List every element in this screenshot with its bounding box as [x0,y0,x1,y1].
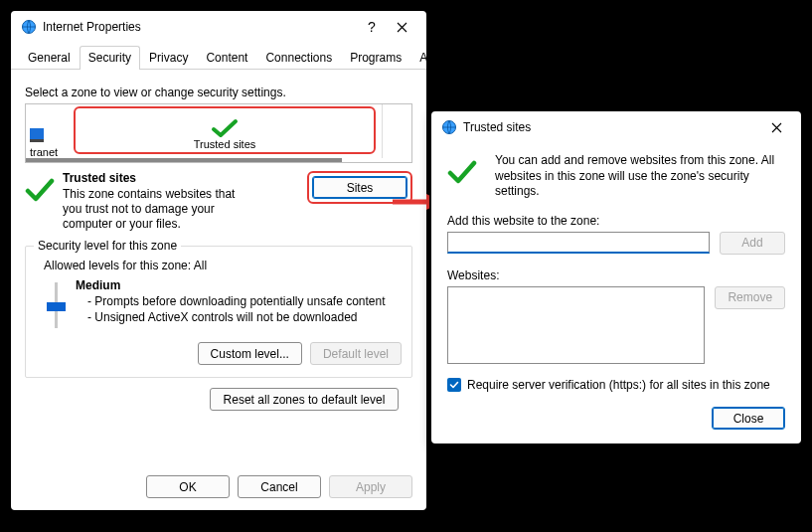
zone-item-label: Trusted sites [194,138,256,150]
close-dialog-button[interactable]: Close [712,407,785,430]
websites-listbox[interactable] [447,286,705,364]
security-level-slider[interactable] [55,282,58,328]
apply-button[interactable]: Apply [329,475,412,498]
level-detail-line: - Unsigned ActiveX controls will not be … [87,310,402,326]
checkmark-icon [447,159,477,188]
tab-programs[interactable]: Programs [341,46,410,70]
tab-privacy[interactable]: Privacy [140,46,197,70]
zone-listbox[interactable]: tranet Trusted sites [25,103,412,163]
close-button[interactable] [761,113,791,141]
remove-button[interactable]: Remove [715,286,785,309]
add-website-input[interactable] [447,232,710,254]
zone-item-restricted[interactable] [382,104,411,158]
zone-item-label: tranet [30,146,58,158]
allowed-levels-text: Allowed levels for this zone: All [44,259,402,272]
tab-advanced[interactable]: Advanced [410,46,481,70]
websites-label: Websites: [447,268,785,282]
zone-instruction: Select a zone to view or change security… [25,86,412,99]
checkmark-icon [25,177,55,206]
tab-connections[interactable]: Connections [256,46,341,70]
add-website-label: Add this website to the zone: [447,214,785,228]
titlebar: Trusted sites [431,111,801,143]
custom-level-button[interactable]: Custom level... [198,342,302,365]
default-level-button[interactable]: Default level [310,342,402,365]
internet-options-icon [21,19,37,35]
tab-content[interactable]: Content [197,46,256,70]
annotation-highlight: Sites [307,171,412,204]
zone-item-trusted-sites[interactable]: Trusted sites [74,106,376,154]
help-button[interactable]: ? [357,13,387,41]
level-detail-line: - Prompts before downloading potentially… [87,294,402,310]
zone-item-intranet[interactable]: tranet [26,104,68,158]
slider-thumb[interactable] [47,302,66,311]
sites-button[interactable]: Sites [312,176,407,199]
tab-general[interactable]: General [19,46,80,70]
dialog-title: Internet Properties [43,20,357,34]
ok-button[interactable]: OK [146,475,230,498]
close-button[interactable] [387,13,416,41]
zone-title: Trusted sites [63,171,299,185]
tab-security[interactable]: Security [80,46,140,70]
zone-scrollbar[interactable] [26,158,342,162]
security-level-group: Security level for this zone Allowed lev… [25,246,412,378]
require-https-checkbox[interactable] [447,378,461,392]
trusted-sites-intro: You can add and remove websites from thi… [495,153,785,200]
cancel-button[interactable]: Cancel [238,475,321,498]
tab-strip: General Security Privacy Content Connect… [11,45,426,70]
checkmark-icon [211,118,239,138]
trusted-sites-dialog: Trusted sites You can add and remove web… [429,109,803,445]
titlebar: Internet Properties ? [11,11,426,43]
monitor-icon [30,128,44,142]
groupbox-label: Security level for this zone [34,239,181,253]
reset-zones-button[interactable]: Reset all zones to default level [210,388,399,411]
dialog-title: Trusted sites [463,120,761,134]
level-name: Medium [76,278,402,292]
add-button[interactable]: Add [720,232,785,255]
require-https-label: Require server verification (https:) for… [467,378,770,392]
zone-description: This zone contains websites that you tru… [63,187,242,232]
internet-properties-dialog: Internet Properties ? General Security P… [9,9,428,512]
internet-options-icon [441,119,457,135]
